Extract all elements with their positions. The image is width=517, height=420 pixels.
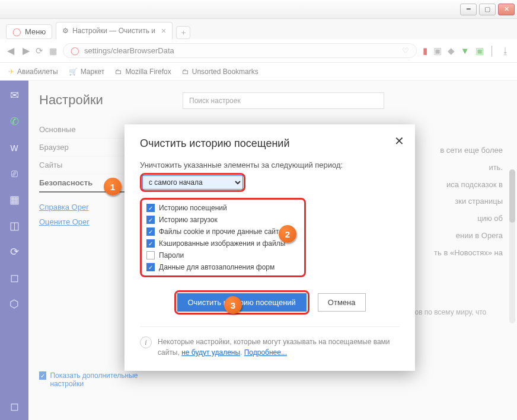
annotation-marker-1: 1 — [104, 178, 122, 195]
time-period-select[interactable]: с самого начала — [142, 175, 243, 190]
dialog-actions: Очистить историю посещений Отмена — [140, 290, 400, 315]
dialog-prompt: Уничтожить указанные элементы за следующ… — [140, 161, 400, 169]
check-cookies[interactable]: ✓Файлы cookie и прочие данные сайтов — [144, 226, 302, 238]
browser-window: ━ ▢ ✕ ◯ Меню ⚙ Настройки — Очистить и × … — [0, 0, 517, 420]
annotation-marker-2: 2 — [279, 225, 296, 243]
info-icon: i — [140, 336, 152, 348]
check-history[interactable]: ✓Историю посещений — [144, 202, 302, 214]
dialog-title: Очистить историю посещений — [140, 137, 400, 150]
close-dialog-button[interactable]: ✕ — [394, 134, 404, 148]
annotation-marker-3: 3 — [224, 296, 242, 314]
cancel-button[interactable]: Отмена — [318, 293, 366, 312]
clear-button[interactable]: Очистить историю посещений — [177, 293, 307, 312]
check-downloads[interactable]: ✓Историю загрузок — [144, 214, 302, 226]
dialog-note: i Некоторые настройки, которые могут ука… — [140, 326, 400, 358]
note-link-1[interactable]: не будут удалены — [181, 348, 240, 357]
clear-data-dialog: ✕ Очистить историю посещений Уничтожить … — [125, 124, 415, 371]
check-cache[interactable]: ✓Кэшированные изображения и файлы — [144, 238, 302, 249]
note-link-2[interactable]: Подробнее... — [244, 348, 287, 357]
check-autofill[interactable]: ✓Данные для автозаполнения форм — [144, 261, 302, 273]
check-passwords[interactable]: Пароли — [144, 249, 302, 261]
